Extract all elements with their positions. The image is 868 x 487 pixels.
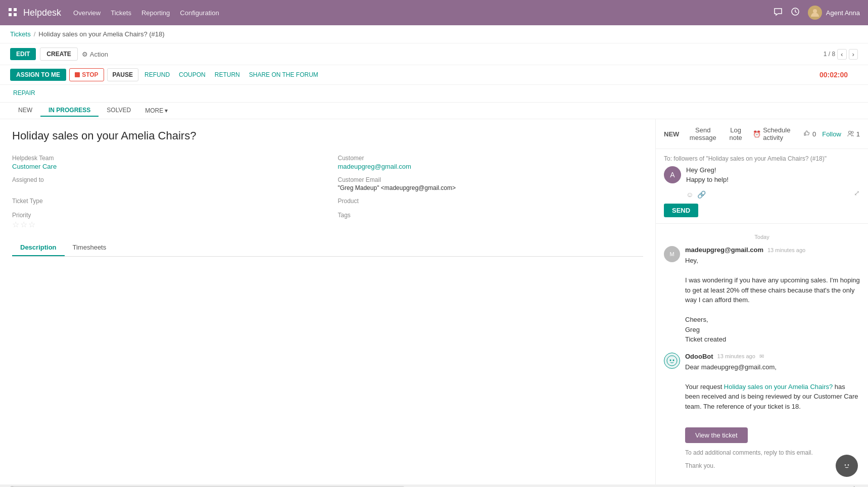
- tab-timesheets[interactable]: Timesheets: [65, 239, 115, 256]
- email-icon: ✉: [759, 353, 764, 360]
- priority-label: Priority: [12, 212, 318, 219]
- svg-rect-3: [14, 13, 17, 16]
- followers-count[interactable]: 1: [847, 130, 860, 138]
- send-button[interactable]: SEND: [664, 204, 698, 217]
- nav-reporting[interactable]: Reporting: [141, 9, 170, 17]
- priority-stars[interactable]: ☆ ☆ ☆: [12, 220, 318, 229]
- emoji-icon[interactable]: ☺: [686, 190, 693, 199]
- help-bubble[interactable]: [836, 455, 858, 477]
- action-button[interactable]: ⚙ Action: [82, 51, 108, 58]
- nav-next[interactable]: ›: [849, 49, 858, 60]
- msg2-footer: To add additional comments, reply to thi…: [685, 448, 860, 457]
- helpdesk-team-value[interactable]: Customer Care: [12, 163, 318, 170]
- field-priority: Priority ☆ ☆ ☆: [12, 212, 318, 229]
- app-name: Helpdesk: [23, 8, 61, 18]
- msg1-author: madeupgreg@gmail.com: [685, 246, 763, 254]
- navbar-right: Agent Anna: [774, 6, 860, 20]
- compose-text[interactable]: Hey Greg! Happy to help!: [686, 166, 860, 183]
- status-in-progress[interactable]: IN PROGRESS: [40, 105, 99, 117]
- status-more[interactable]: MORE ▾: [139, 105, 174, 116]
- send-message-button[interactable]: Send message: [687, 124, 718, 143]
- thumb-icon: [803, 130, 810, 138]
- svg-point-13: [848, 464, 849, 465]
- ticket-link[interactable]: Holiday sales on your Amelia Chairs?: [724, 383, 833, 391]
- create-button[interactable]: CREATE: [40, 47, 77, 61]
- nav-overview[interactable]: Overview: [73, 9, 101, 17]
- breadcrumb-separator: /: [34, 30, 36, 38]
- clock-icon[interactable]: [791, 7, 800, 18]
- grid-icon[interactable]: [8, 8, 17, 18]
- log-note-button[interactable]: Log note: [727, 124, 745, 143]
- customer-email-value[interactable]: "Greg Madeup" <madeupgreg@gmail.com>: [338, 184, 644, 191]
- coupon-button[interactable]: COUPON: [176, 69, 209, 81]
- repair-button[interactable]: REPAIR: [10, 87, 38, 99]
- left-panel: Holiday sales on your Amelia Chairs? Hel…: [0, 119, 656, 484]
- field-helpdesk-team: Helpdesk Team Customer Care: [12, 155, 318, 170]
- status-solved[interactable]: SOLVED: [99, 105, 139, 117]
- scroll-right-arrow[interactable]: ›: [853, 483, 856, 488]
- breadcrumb: Tickets / Holiday sales on your Amelia C…: [0, 25, 868, 43]
- edit-button[interactable]: EDIT: [10, 48, 36, 60]
- customer-label: Customer: [338, 155, 644, 162]
- svg-point-5: [813, 9, 817, 13]
- product-label: Product: [338, 198, 644, 205]
- compose-icons: ☺ 🔗: [686, 190, 706, 199]
- svg-point-9: [670, 359, 671, 361]
- new-button[interactable]: NEW: [664, 128, 679, 140]
- right-panel: NEW Send message Log note ⏰ Schedule act…: [656, 119, 868, 484]
- tags-label: Tags: [338, 212, 644, 219]
- bottom-scrollbar[interactable]: ›: [0, 484, 868, 488]
- action-label: Action: [90, 51, 108, 58]
- field-tags: Tags: [338, 212, 644, 229]
- field-customer: Customer madeupgreg@gmail.com: [338, 155, 644, 170]
- msg1-time: 13 minutes ago: [767, 247, 805, 253]
- refund-button[interactable]: REFUND: [141, 69, 173, 81]
- stop-icon: [75, 72, 80, 77]
- msg2-time: 13 minutes ago: [717, 353, 755, 359]
- star-3[interactable]: ☆: [28, 220, 35, 229]
- customer-value[interactable]: madeupgreg@gmail.com: [338, 163, 644, 170]
- nav-configuration[interactable]: Configuration: [180, 9, 219, 17]
- share-button[interactable]: SHARE ON THE FORUM: [246, 69, 321, 81]
- chat-icon[interactable]: [774, 7, 783, 18]
- return-button[interactable]: RETURN: [212, 69, 243, 81]
- message-1: M madeupgreg@gmail.com 13 minutes ago He…: [664, 246, 860, 345]
- likes-count[interactable]: 0: [803, 130, 816, 138]
- star-2[interactable]: ☆: [20, 220, 27, 229]
- chatter-right: 0 Follow 1: [803, 130, 860, 138]
- svg-point-6: [848, 131, 851, 133]
- expand-icon[interactable]: ⤢: [854, 189, 860, 197]
- svg-point-12: [845, 464, 846, 465]
- timer: 00:02:00: [819, 71, 848, 79]
- follow-button[interactable]: Follow: [822, 130, 841, 138]
- breadcrumb-tickets[interactable]: Tickets: [10, 30, 31, 38]
- attach-icon[interactable]: 🔗: [697, 190, 706, 199]
- chatter-actions: NEW Send message Log note ⏰ Schedule act…: [656, 119, 868, 149]
- navbar: Helpdesk Overview Tickets Reporting Conf…: [0, 0, 868, 25]
- field-product: Product: [338, 198, 644, 206]
- msg2-avatar: [664, 353, 680, 369]
- nav-prev[interactable]: ‹: [837, 49, 846, 60]
- content-split: Holiday sales on your Amelia Chairs? Hel…: [0, 119, 868, 484]
- schedule-activity-button[interactable]: ⏰ Schedule activity: [753, 126, 795, 141]
- composer-avatar: A: [664, 166, 681, 183]
- svg-rect-2: [9, 13, 12, 16]
- star-1[interactable]: ☆: [12, 220, 19, 229]
- view-ticket-button[interactable]: View the ticket: [685, 427, 748, 443]
- ticket-type-label: Ticket Type: [12, 198, 318, 205]
- stop-button[interactable]: STOP: [69, 68, 104, 81]
- status-new[interactable]: NEW: [10, 105, 40, 117]
- date-separator: Today: [664, 234, 860, 240]
- customer-email-label: Customer Email: [338, 176, 644, 183]
- compose-to: To: followers of "Holiday sales on your …: [664, 155, 860, 162]
- pause-button[interactable]: PAUSE: [107, 68, 138, 81]
- tab-description[interactable]: Description: [12, 239, 65, 256]
- ticket-tabs: Description Timesheets: [12, 239, 643, 257]
- nav-tickets[interactable]: Tickets: [111, 9, 131, 17]
- field-ticket-type: Ticket Type: [12, 198, 318, 206]
- msg1-header: madeupgreg@gmail.com 13 minutes ago: [685, 246, 860, 254]
- nav-count: 1 / 8: [824, 51, 835, 58]
- assign-to-me-button[interactable]: ASSIGN TO ME: [10, 69, 66, 81]
- compose-message: A Hey Greg! Happy to help! ☺ 🔗 ⤢: [664, 166, 860, 199]
- user-menu[interactable]: Agent Anna: [808, 6, 860, 20]
